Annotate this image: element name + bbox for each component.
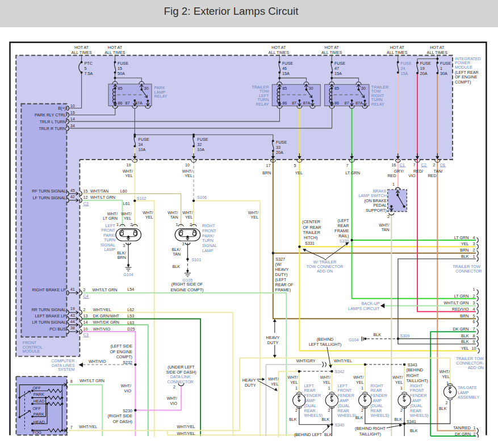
- svg-text:LAMP: LAMP: [104, 247, 115, 252]
- svg-text:RELAY: RELAY: [371, 102, 384, 107]
- svg-text:TAN: TAN: [382, 227, 390, 232]
- svg-text:(DUAL: (DUAL: [371, 403, 383, 408]
- svg-text:(LEFT: (LEFT: [338, 218, 350, 223]
- svg-text:7.5A: 7.5A: [85, 71, 93, 76]
- svg-text:WHT/TAN: WHT/TAN: [90, 189, 108, 194]
- svg-text:2: 2: [473, 248, 475, 253]
- svg-text:C6: C6: [440, 162, 445, 168]
- svg-text:REAR: REAR: [371, 408, 382, 413]
- svg-text:RF TURN SIGNAL: RF TURN SIGNAL: [32, 189, 66, 194]
- svg-text:G104: G104: [349, 337, 359, 342]
- svg-text:45: 45: [70, 188, 75, 193]
- svg-text:S327: S327: [275, 257, 285, 262]
- svg-text:BLK: BLK: [373, 332, 381, 337]
- svg-text:TAN: TAN: [170, 215, 178, 220]
- svg-text:1: 1: [446, 380, 449, 386]
- svg-text:8: 8: [70, 379, 73, 384]
- svg-text:33: 33: [276, 145, 281, 150]
- svg-text:G104: G104: [123, 272, 133, 277]
- svg-text:FENDER: FENDER: [304, 393, 321, 398]
- svg-text:2: 2: [473, 294, 475, 299]
- svg-text:COMPT): COMPT): [116, 354, 132, 359]
- svg-text:YEL: YEL: [145, 215, 153, 220]
- svg-text:(RIGHT SIDE: (RIGHT SIDE: [108, 413, 133, 418]
- svg-text:2: 2: [387, 214, 390, 219]
- svg-text:DUTY: DUTY: [245, 383, 256, 388]
- svg-text:REAR: REAR: [304, 388, 316, 393]
- svg-text:RELAY: RELAY: [154, 94, 168, 99]
- svg-text:BLK: BLK: [355, 415, 363, 420]
- svg-text:C3: C3: [83, 332, 89, 337]
- svg-text:DUTY): DUTY): [275, 272, 288, 277]
- svg-text:ADD ON: ADD ON: [317, 269, 333, 274]
- svg-text:19: 19: [420, 66, 425, 71]
- svg-text:3: 3: [182, 241, 185, 246]
- svg-text:WHT/YEL: WHT/YEL: [93, 307, 111, 312]
- svg-text:BLK: BLK: [461, 339, 469, 344]
- svg-text:10A: 10A: [197, 147, 204, 152]
- svg-text:1: 1: [295, 386, 298, 391]
- svg-text:15: 15: [118, 66, 122, 71]
- svg-text:WHT/VIO: WHT/VIO: [93, 326, 111, 332]
- svg-text:(BEHIND RIGHT: (BEHIND RIGHT: [355, 426, 386, 431]
- svg-text:S331: S331: [305, 241, 315, 246]
- svg-text:VIO: VIO: [124, 388, 132, 393]
- svg-text:WHEELS): WHEELS): [338, 413, 357, 418]
- svg-text:L63: L63: [127, 320, 134, 325]
- svg-text:BRN: BRN: [262, 170, 271, 175]
- svg-text:1: 1: [328, 386, 330, 391]
- svg-text:HOT AT: HOT AT: [108, 45, 123, 50]
- svg-text:S101: S101: [192, 257, 202, 262]
- svg-text:8: 8: [473, 333, 475, 338]
- svg-text:WHT/LT GRN: WHT/LT GRN: [93, 287, 118, 292]
- svg-text:41: 41: [70, 287, 75, 292]
- svg-text:L60: L60: [120, 189, 127, 194]
- svg-text:2: 2: [190, 222, 192, 227]
- svg-text:14: 14: [70, 116, 75, 122]
- svg-text:FRONT: FRONT: [202, 228, 216, 233]
- svg-text:LAMP: LAMP: [202, 248, 214, 253]
- svg-text:TAN/RED: TAN/RED: [453, 425, 471, 430]
- svg-text:(BEHIND LEFT: (BEHIND LEFT: [294, 432, 323, 437]
- svg-text:WHT/VIO: WHT/VIO: [89, 359, 106, 364]
- svg-text:10: 10: [83, 326, 88, 332]
- svg-text:1: 1: [440, 66, 442, 71]
- svg-text:4: 4: [473, 235, 475, 240]
- svg-text:FOG: FOG: [33, 430, 42, 435]
- svg-text:(CENTER: (CENTER: [302, 219, 320, 224]
- svg-text:COMPT): COMPT): [455, 79, 471, 85]
- svg-text:(DUAL: (DUAL: [304, 403, 317, 408]
- svg-text:S232: S232: [123, 360, 132, 365]
- svg-text:15A: 15A: [334, 71, 342, 76]
- svg-text:WHEELS): WHEELS): [371, 413, 390, 418]
- svg-text:2: 2: [400, 408, 403, 413]
- svg-text:FUSE: FUSE: [139, 137, 149, 142]
- svg-text:BLK: BLK: [394, 417, 402, 422]
- svg-text:7: 7: [346, 163, 349, 168]
- svg-text:FRONT: FRONT: [338, 388, 352, 393]
- svg-text:LAMP SWITCH: LAMP SWITCH: [358, 193, 387, 198]
- svg-text:FUSE: FUSE: [118, 61, 128, 66]
- svg-text:YEL: YEL: [185, 215, 193, 220]
- svg-text:REAR: REAR: [304, 408, 316, 413]
- svg-text:87: 87: [292, 101, 296, 106]
- svg-text:LAMP: LAMP: [371, 398, 382, 403]
- svg-text:30: 30: [309, 86, 313, 91]
- svg-text:TURN: TURN: [202, 238, 214, 243]
- svg-text:MODULE: MODULE: [23, 349, 40, 354]
- svg-text:Fig 2: Exterior Lamps Circuit: Fig 2: Exterior Lamps Circuit: [164, 5, 299, 17]
- svg-text:TRAILER: TRAILER: [303, 230, 320, 235]
- svg-text:BLK: BLK: [410, 428, 418, 433]
- svg-text:WHEELS): WHEELS): [410, 413, 429, 418]
- svg-text:OF DASH): OF DASH): [113, 419, 132, 424]
- svg-text:ALL TIMES: ALL TIMES: [71, 50, 92, 55]
- svg-text:85: 85: [118, 86, 123, 91]
- svg-text:LR TURN SIGNAL: LR TURN SIGNAL: [32, 320, 66, 325]
- svg-text:DK GRN: DK GRN: [455, 432, 471, 437]
- svg-text:LT GRN: LT GRN: [454, 235, 469, 240]
- svg-text:WHEELS): WHEELS): [304, 413, 323, 418]
- svg-text:ALL TIMES: ALL TIMES: [387, 50, 408, 55]
- svg-text:BLK: BLK: [461, 333, 469, 338]
- svg-text:RIGHT: RIGHT: [410, 383, 423, 388]
- svg-text:OFF: OFF: [33, 386, 41, 391]
